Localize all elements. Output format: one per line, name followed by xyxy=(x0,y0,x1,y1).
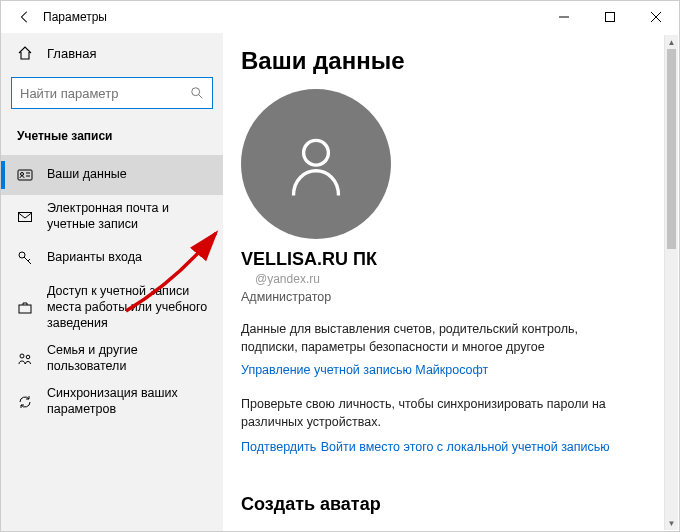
search-box[interactable] xyxy=(11,77,213,109)
svg-point-13 xyxy=(20,354,24,358)
local-account-link[interactable]: Войти вместо этого с локальной учетной з… xyxy=(321,440,610,454)
svg-rect-1 xyxy=(606,13,615,22)
home-icon xyxy=(17,45,33,61)
svg-point-7 xyxy=(21,173,24,176)
mail-icon xyxy=(17,209,33,225)
svg-point-14 xyxy=(26,355,30,359)
svg-rect-12 xyxy=(19,305,31,313)
nav-work-access[interactable]: Доступ к учетной записи места работы или… xyxy=(1,278,223,337)
nav-label: Доступ к учетной записи места работы или… xyxy=(47,284,213,331)
camera-option[interactable]: Камера xyxy=(241,529,651,532)
svg-point-4 xyxy=(192,88,200,96)
window-title: Параметры xyxy=(39,10,541,24)
nav-label: Ваши данные xyxy=(47,167,213,183)
manage-account-link[interactable]: Управление учетной записью Майкрософт xyxy=(241,363,488,377)
home-link[interactable]: Главная xyxy=(1,35,223,71)
nav-label: Семья и другие пользователи xyxy=(47,343,213,374)
titlebar: Параметры xyxy=(1,1,679,33)
avatar-section-heading: Создать аватар xyxy=(241,494,651,515)
person-card-icon xyxy=(17,167,33,183)
account-username: VELLISA.RU ПК xyxy=(241,249,651,270)
svg-rect-6 xyxy=(18,170,32,180)
verify-link[interactable]: Подтвердить xyxy=(241,440,316,454)
svg-line-5 xyxy=(199,95,203,99)
camera-icon xyxy=(243,529,265,532)
minimize-button[interactable] xyxy=(541,1,587,33)
category-header: Учетные записи xyxy=(1,123,223,155)
nav-email-accounts[interactable]: Электронная почта и учетные записи xyxy=(1,195,223,238)
nav-sync[interactable]: Синхронизация ваших параметров xyxy=(1,380,223,423)
vertical-scrollbar[interactable]: ▲ ▼ xyxy=(664,35,678,530)
svg-rect-10 xyxy=(19,212,32,221)
nav-family[interactable]: Семья и другие пользователи xyxy=(1,337,223,380)
nav-label: Электронная почта и учетные записи xyxy=(47,201,213,232)
nav-signin-options[interactable]: Варианты входа xyxy=(1,238,223,278)
sync-icon xyxy=(17,394,33,410)
page-title: Ваши данные xyxy=(241,47,651,75)
search-input[interactable] xyxy=(20,86,190,101)
nav-label: Синхронизация ваших параметров xyxy=(47,386,213,417)
avatar xyxy=(241,89,391,239)
maximize-button[interactable] xyxy=(587,1,633,33)
nav-your-info[interactable]: Ваши данные xyxy=(1,155,223,195)
scroll-thumb[interactable] xyxy=(667,49,676,249)
search-icon xyxy=(190,86,204,100)
account-email: @yandex.ru xyxy=(241,272,651,286)
nav-label: Варианты входа xyxy=(47,250,213,266)
window-controls xyxy=(541,1,679,33)
sidebar: Главная Учетные записи Ваши данные Элект… xyxy=(1,33,223,531)
people-icon xyxy=(17,351,33,367)
close-button[interactable] xyxy=(633,1,679,33)
briefcase-icon xyxy=(17,300,33,316)
svg-point-15 xyxy=(304,140,329,165)
verify-blurb: Проверьте свою личность, чтобы синхрониз… xyxy=(241,395,621,431)
main-content: Ваши данные VELLISA.RU ПК @yandex.ru Адм… xyxy=(223,33,679,531)
account-role: Администратор xyxy=(241,290,651,304)
nav-list: Ваши данные Электронная почта и учетные … xyxy=(1,155,223,424)
back-button[interactable] xyxy=(11,10,39,24)
key-icon xyxy=(17,250,33,266)
scroll-up-arrow[interactable]: ▲ xyxy=(665,35,678,49)
scroll-down-arrow[interactable]: ▼ xyxy=(665,516,678,530)
home-label: Главная xyxy=(47,46,96,61)
billing-blurb: Данные для выставления счетов, родительс… xyxy=(241,320,621,356)
